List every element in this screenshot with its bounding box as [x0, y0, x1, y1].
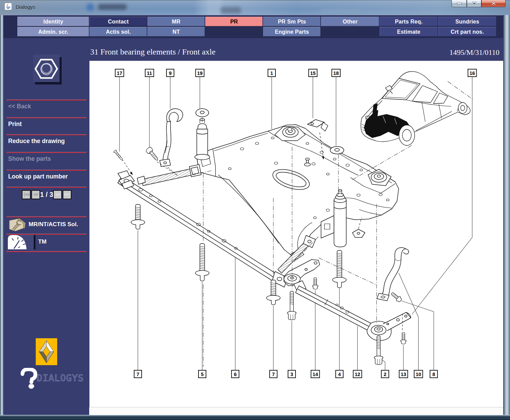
pagination-last-button[interactable]: >>| [63, 190, 71, 199]
nav-tab-row-2: Admin. scr.Actis sol.NTEngine PartsEstim… [17, 27, 497, 36]
callout-17[interactable]: 17 [115, 69, 124, 77]
maximize-button[interactable] [467, 0, 481, 7]
callout-13[interactable]: 13 [399, 370, 408, 378]
svg-text:3: 3 [290, 372, 293, 377]
part-clamp-small [352, 229, 365, 237]
callout-15[interactable]: 15 [309, 69, 317, 77]
svg-text:9: 9 [169, 71, 172, 76]
callout-3[interactable]: 3 [288, 370, 296, 378]
tab-mr[interactable]: MR [147, 17, 205, 26]
sidebar-item-back: << Back [8, 103, 31, 110]
part-bolt-4 [333, 250, 346, 288]
tab-admin-scr[interactable]: Admin. scr. [17, 27, 89, 36]
question-mark-icon [20, 368, 37, 389]
separator [6, 251, 86, 252]
java-icon [4, 3, 12, 10]
callout-1[interactable]: 1 [268, 69, 275, 77]
callout-12[interactable]: 12 [353, 370, 362, 378]
sidebar-item-reduce-the-drawing[interactable]: Reduce the drawing [8, 138, 65, 145]
close-button[interactable] [481, 0, 506, 7]
part-damper-left [195, 109, 210, 160]
svg-text:10: 10 [416, 372, 421, 377]
background-window-reflection2 [221, 7, 241, 14]
background-window-reflection [98, 4, 127, 10]
nav-tab-row-1: IdentityContactMRPRPR Sm PtsOtherParts R… [17, 17, 497, 26]
pagination-next-button[interactable]: >> [53, 190, 62, 199]
tab-engine-parts[interactable]: Engine Parts [263, 27, 320, 36]
part-screw-7a [131, 204, 145, 229]
part-bolt-3 [287, 291, 296, 320]
tab-nt[interactable]: NT [147, 27, 205, 36]
pagination-prev-button[interactable]: << [31, 190, 40, 199]
sidebar-item-print[interactable]: Print [8, 121, 22, 128]
svg-text:7: 7 [272, 372, 275, 377]
pagination-first-button[interactable]: |<< [22, 190, 31, 199]
part-strap-9 [160, 109, 183, 167]
callout-14[interactable]: 14 [311, 370, 320, 378]
svg-text:19: 19 [197, 71, 203, 76]
callout-8[interactable]: 8 [430, 370, 437, 378]
separator [6, 117, 86, 118]
tab-pr[interactable]: PR [205, 17, 262, 26]
svg-text:1: 1 [270, 71, 273, 76]
callout-4[interactable]: 4 [336, 370, 343, 378]
part-screw-8 [390, 291, 403, 303]
callout-2[interactable]: 2 [381, 370, 389, 378]
callout-10[interactable]: 10 [414, 370, 423, 378]
taskbar-reflection-blob [86, 3, 94, 11]
svg-text:15: 15 [310, 71, 316, 76]
callout-9[interactable]: 9 [166, 69, 174, 77]
part-screw-5 [195, 244, 209, 281]
sidebar-item-show-the-parts: Show the parts [8, 155, 51, 162]
tab-sundries[interactable]: Sundries [438, 17, 496, 26]
callout-6[interactable]: 6 [232, 370, 239, 378]
separator [6, 152, 86, 153]
sidebar-link-tm[interactable]: TM [38, 238, 47, 245]
svg-text:6: 6 [234, 372, 237, 377]
wrench-icon[interactable] [8, 218, 27, 232]
pagination-page-label: 1 / 3 [40, 191, 53, 199]
callout-7[interactable]: 7 [134, 370, 142, 378]
minimize-button[interactable] [451, 0, 467, 7]
gauge-icon[interactable] [8, 235, 35, 249]
page-title: 31 Front bearing elements / Front axle [90, 47, 216, 57]
tab-actis-sol[interactable]: Actis sol. [90, 27, 147, 36]
tab-parts-req[interactable]: Parts Req. [380, 17, 437, 26]
svg-text:12: 12 [355, 372, 360, 377]
nut-icon[interactable] [33, 55, 60, 82]
tab-pr-sm-pts[interactable]: PR Sm Pts [263, 17, 320, 26]
callout-16[interactable]: 16 [468, 69, 477, 77]
separator [6, 216, 86, 217]
part-screw-14 [313, 278, 318, 289]
callout-11[interactable]: 11 [145, 69, 154, 77]
callout-18[interactable]: 18 [332, 69, 340, 77]
tab-crt-part-nos[interactable]: Crt part nos. [438, 27, 496, 36]
tab-contact[interactable]: Contact [90, 17, 147, 26]
part-bolt-11 [145, 146, 160, 162]
separator [6, 187, 86, 188]
window-titlebar[interactable]: Dialogys [0, 0, 510, 15]
separator [6, 170, 86, 171]
callout-7[interactable]: 7 [270, 370, 277, 378]
part-bracket-15 [307, 120, 328, 131]
svg-text:5: 5 [201, 372, 204, 377]
sidebar-item-look-up-part-number[interactable]: Look up part number [8, 173, 68, 180]
callout-19[interactable]: 19 [196, 69, 204, 77]
window-frame-bottom [0, 415, 510, 420]
part-screw-17 [113, 150, 124, 162]
tab-identity[interactable]: Identity [17, 17, 89, 26]
window-frame-left [0, 15, 3, 415]
part-screw-13 [401, 332, 407, 344]
callout-5[interactable]: 5 [198, 370, 206, 378]
window-title: Dialogys [16, 4, 35, 10]
tab-other[interactable]: Other [321, 17, 379, 26]
drawing-panel: 171191911518167567314412213108 [89, 61, 503, 407]
window-frame-right [503, 15, 510, 415]
separator [6, 134, 86, 135]
svg-text:14: 14 [313, 372, 318, 377]
car-thumbnail [361, 72, 470, 145]
tab-estimate[interactable]: Estimate [380, 27, 437, 36]
sidebar-link-mr-nt-actis[interactable]: MR/NT/ACTIS Sol. [29, 221, 78, 228]
svg-text:2: 2 [384, 372, 386, 377]
nav-tab-band: IdentityContactMRPRPR Sm PtsOtherParts R… [3, 15, 503, 38]
